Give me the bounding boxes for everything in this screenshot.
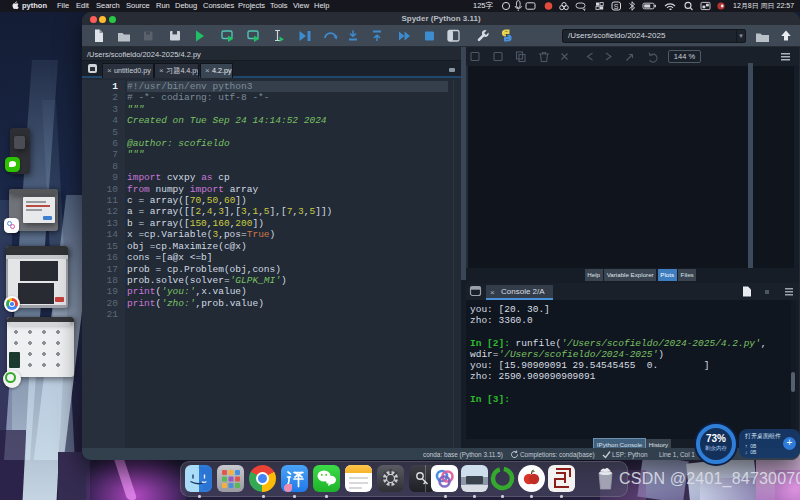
svg-text:S: S [614,3,619,10]
